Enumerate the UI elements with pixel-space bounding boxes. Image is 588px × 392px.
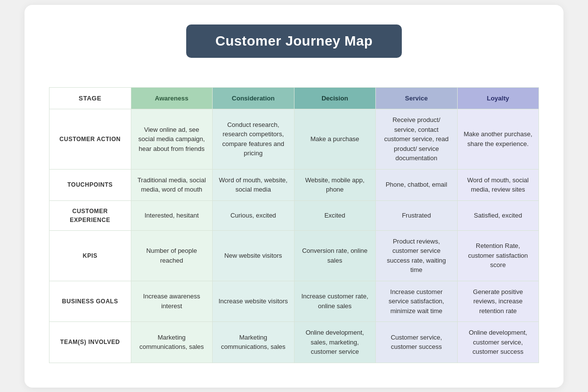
page-title: Customer Journey Map [215, 33, 372, 49]
cell-3-loyalty: Retention Rate, customer satisfaction sc… [457, 230, 539, 281]
col-header-service: Service [376, 87, 458, 109]
col-header-stage: STAGE [49, 87, 131, 109]
cell-1-loyalty: Word of mouth, social media, review site… [457, 169, 539, 200]
table-row: CUSTOMER EXPERIENCEInterested, hesitantC… [49, 200, 539, 230]
cell-1-service: Phone, chatbot, email [376, 169, 458, 200]
col-header-decision: Decision [294, 87, 376, 109]
cell-3-service: Product reviews, customer service succes… [376, 230, 458, 281]
table-row: KPISNumber of people reachedNew website … [49, 230, 539, 281]
journey-map-table: STAGE Awareness Consideration Decision S… [49, 87, 539, 363]
cell-2-loyalty: Satisfied, excited [457, 200, 539, 230]
table-row: CUSTOMER ACTIONView online ad, see socia… [49, 109, 539, 170]
row-label-2: CUSTOMER EXPERIENCE [49, 200, 131, 230]
cell-3-consideration: New website visitors [213, 230, 294, 281]
cell-5-loyalty: Online development, customer service, cu… [457, 322, 539, 363]
title-box: Customer Journey Map [186, 24, 402, 58]
table-row: TEAM(S) INVOLVEDMarketing communications… [49, 322, 539, 363]
cell-5-service: Customer service, customer success [376, 322, 458, 363]
title-wrap: Customer Journey Map [49, 24, 539, 74]
cell-4-consideration: Increase website visitors [213, 281, 294, 322]
row-label-0: CUSTOMER ACTION [49, 109, 131, 170]
cell-3-awareness: Number of people reached [131, 230, 213, 281]
cell-2-service: Frustrated [376, 200, 458, 230]
table-row: BUSINESS GOALSIncrease awareness interes… [49, 281, 539, 322]
cell-0-loyalty: Make another purchase, share the experie… [457, 109, 539, 170]
cell-2-consideration: Curious, excited [213, 200, 294, 230]
cell-2-decision: Excited [294, 200, 376, 230]
col-header-awareness: Awareness [131, 87, 213, 109]
main-container: Customer Journey Map STAGE Awareness Con… [24, 5, 564, 388]
cell-5-awareness: Marketing communications, sales [131, 322, 213, 363]
cell-0-awareness: View online ad, see social media campaig… [131, 109, 213, 170]
row-label-4: BUSINESS GOALS [49, 281, 131, 322]
row-label-5: TEAM(S) INVOLVED [49, 322, 131, 363]
cell-5-decision: Online development, sales, marketing, cu… [294, 322, 376, 363]
col-header-loyalty: Loyalty [457, 87, 539, 109]
cell-0-decision: Make a purchase [294, 109, 376, 170]
col-header-consideration: Consideration [213, 87, 294, 109]
cell-3-decision: Conversion rate, online sales [294, 230, 376, 281]
row-label-3: KPIS [49, 230, 131, 281]
cell-0-service: Receive product/ service, contact custom… [376, 109, 458, 170]
cell-4-loyalty: Generate positive reviews, increase rete… [457, 281, 539, 322]
cell-4-service: Increase customer service satisfaction, … [376, 281, 458, 322]
cell-4-awareness: Increase awareness interest [131, 281, 213, 322]
table-row: TOUCHPOINTSTraditional media, social med… [49, 169, 539, 200]
cell-1-decision: Website, mobile app, phone [294, 169, 376, 200]
cell-0-consideration: Conduct research, research competitors, … [213, 109, 294, 170]
cell-5-consideration: Marketing communications, sales [213, 322, 294, 363]
cell-1-consideration: Word of mouth, website, social media [213, 169, 294, 200]
cell-2-awareness: Interested, hesitant [131, 200, 213, 230]
cell-1-awareness: Traditional media, social media, word of… [131, 169, 213, 200]
row-label-1: TOUCHPOINTS [49, 169, 131, 200]
cell-4-decision: Increase customer rate, online sales [294, 281, 376, 322]
